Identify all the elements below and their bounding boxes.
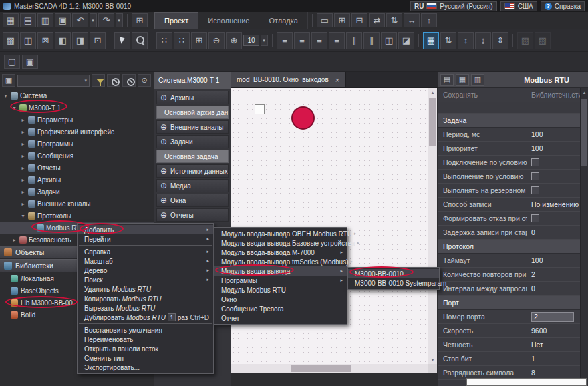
menu-item-restore-defaults[interactable]: Восстановить умолчания (78, 325, 213, 335)
menu-item-add[interactable]: Добавить ▸ (78, 225, 213, 234)
tab-runtime[interactable]: Исполнение (198, 12, 259, 29)
align-left-icon[interactable]: ≡ (277, 32, 293, 49)
same-height-icon[interactable]: ◪ (398, 32, 414, 49)
tree-item-parameters[interactable]: ▸ Параметры (0, 114, 154, 126)
save-project-icon[interactable]: ▣ (55, 13, 71, 27)
categorize-icon[interactable]: ▤ (440, 74, 454, 86)
tab-debug[interactable]: Отладка (259, 12, 307, 29)
submenu-item-io-tmseries[interactable]: Модуль ввода-вывода tmSeries (Modbus) ▸ (214, 257, 347, 266)
expand-arrow-icon[interactable]: ▾ (11, 105, 17, 111)
port-number-input[interactable]: 2 (531, 312, 574, 322)
expand-arrow-icon[interactable]: ▸ (20, 129, 26, 135)
menu-item-duplicate[interactable]: Дублировать Modbus RTU 1 раз Ctrl+D (78, 313, 213, 322)
menu-item-open-branch-panel[interactable]: Открыть в панели веток (78, 344, 213, 353)
add-icon[interactable]: ⊕ (160, 93, 167, 102)
object-category-windows[interactable]: ⊕ Окна (156, 194, 229, 207)
pointer-tool-icon[interactable] (114, 32, 130, 49)
scrollbar-thumb[interactable] (581, 99, 587, 166)
submenu-item-io-oven[interactable]: Модуль ввода-вывода ОВЕН Modbus RTU ▸ (214, 229, 347, 238)
object-item-main-archive[interactable]: Основной архив дан (156, 106, 229, 119)
section-task[interactable]: Задача (438, 114, 580, 128)
undo-icon[interactable]: ↶ (72, 13, 88, 27)
duplicate-count-input[interactable]: 1 (168, 313, 176, 321)
menu-item-cut[interactable]: Вырезать Modbus RTU (78, 303, 213, 313)
tree-item-external-channels[interactable]: ▸ Внешние каналы (0, 198, 154, 210)
menu-item-help[interactable]: Справка ▸ (78, 247, 213, 256)
expand-arrow-icon[interactable]: ▸ (20, 189, 26, 195)
group-icon[interactable]: ▨ (517, 32, 533, 49)
sort-alphabetical-icon[interactable]: ▦ (456, 74, 469, 86)
submenu-item-io-m7000[interactable]: Модуль ввода-вывода М-7000 ▸ (214, 248, 347, 257)
tab-project[interactable]: Проект (154, 12, 198, 29)
swap-vertical-icon[interactable]: ⇅ (386, 13, 402, 27)
expand-arrow-icon[interactable]: ▸ (20, 153, 26, 159)
help-button[interactable]: ? Справка (541, 1, 585, 11)
same-width-icon[interactable]: ◫ (381, 32, 397, 49)
submenu-item-programs[interactable]: Программы ▸ (214, 276, 347, 285)
order-down-icon[interactable]: ↕ (458, 32, 474, 49)
search-icon[interactable] (107, 74, 120, 87)
open-project-icon[interactable]: ▥ (37, 13, 53, 27)
layout-icon[interactable]: ▣ (22, 55, 38, 69)
close-tab-icon[interactable]: × (335, 76, 339, 84)
menu-item-scale[interactable]: Масштаб ▸ (78, 256, 213, 266)
scroll-up-icon[interactable]: ▴ (581, 88, 588, 97)
scroll-up-icon[interactable]: ▴ (428, 88, 437, 97)
search-next-icon[interactable] (122, 74, 136, 87)
frame-icon[interactable]: ⊡ (90, 32, 106, 49)
tree-item-protocols[interactable]: ▾ Протоколы (0, 210, 154, 222)
canvas-vertical-scrollbar[interactable]: ▴ ▾ (428, 88, 437, 364)
distribute-horizontal-icon[interactable]: ∥ (346, 32, 362, 49)
menu-item-search[interactable]: Поиск ▸ (78, 275, 213, 284)
grid-dots-icon[interactable]: ∷ (156, 32, 172, 49)
object-category-archives[interactable]: ⊕ Архивы (156, 91, 229, 104)
canvas-red-circle-widget[interactable] (291, 106, 315, 130)
scrollbar-thumb[interactable] (429, 98, 436, 146)
tree-view-icon[interactable]: ▣ (2, 74, 15, 87)
bring-front-icon[interactable]: ↨ (475, 32, 491, 49)
add-icon[interactable]: ⊕ (160, 166, 167, 176)
object-category-media[interactable]: ⊕ Медиа (156, 179, 229, 192)
tree-item-graphic-interface[interactable]: ▸ Графический интерфейс (0, 126, 154, 138)
expand-arrow-icon[interactable]: ▸ (20, 177, 26, 183)
send-back-icon[interactable]: ⇕ (492, 32, 508, 49)
bottom-edit-field[interactable] (466, 378, 587, 386)
new-project-icon[interactable]: ▤ (20, 13, 36, 27)
menu-item-rename[interactable]: Переименовать (78, 335, 213, 344)
submenu-item-window[interactable]: Окно (214, 295, 347, 304)
add-icon[interactable]: ⊕ (160, 196, 167, 205)
object-category-tasks[interactable]: ⊕ Задачи (156, 135, 229, 148)
tree-item-messages[interactable]: ▸ Сообщения (0, 150, 154, 162)
tree-item-archives[interactable]: ▸ Архивы (0, 174, 154, 186)
copy-icon[interactable]: ◫ (20, 32, 36, 49)
clone-left-icon[interactable]: ◧ (55, 32, 71, 49)
clone-right-icon[interactable]: ◨ (72, 32, 88, 49)
redo-dropdown-icon[interactable]: ▾ (116, 13, 123, 27)
add-icon[interactable]: ⊕ (160, 122, 167, 132)
project-table-icon[interactable]: ▦ (3, 13, 19, 27)
canvas-horizontal-scrollbar[interactable] (231, 364, 428, 373)
tree-item-tasks[interactable]: ▸ Задачи (0, 186, 154, 198)
expand-arrow-icon[interactable]: ▾ (3, 93, 9, 99)
tree-item-programs[interactable]: ▸ Программы (0, 138, 154, 150)
document-tab[interactable]: mod_BB-0010. Окно_выходов × (231, 72, 346, 87)
tree-item-system[interactable]: ▾ Система (0, 89, 154, 102)
new-window-icon[interactable]: ▢ (4, 55, 20, 69)
checkbox[interactable] (531, 214, 539, 222)
expand-arrow-icon[interactable]: ▾ (20, 213, 26, 219)
grid-size-dropdown-icon[interactable]: ▾ (261, 35, 268, 46)
object-category-external-channels[interactable]: ⊕ Внешние каналы (156, 120, 229, 134)
grid-size-input[interactable]: 10 (243, 35, 259, 46)
properties-scrollbar[interactable]: ▴ ▾ (580, 88, 588, 386)
menu-item-goto[interactable]: Перейти ▸ (78, 234, 213, 244)
locate-icon[interactable]: ⊙ (138, 74, 151, 87)
redo-icon[interactable]: ↷ (98, 13, 114, 27)
scroll-down-icon[interactable]: ▾ (428, 355, 437, 364)
menu-item-change-type[interactable]: Сменить тип (78, 353, 213, 363)
menu-item-copy[interactable]: Копировать Modbus RTU (78, 294, 213, 303)
section-protocol[interactable]: Протокол (438, 240, 580, 254)
select-frame-icon[interactable]: ▭ (317, 13, 333, 27)
checkbox[interactable] (531, 172, 539, 180)
language-selector-ru[interactable]: RU Русский (Россия) (410, 1, 497, 11)
undo-dropdown-icon[interactable]: ▾ (90, 13, 97, 27)
